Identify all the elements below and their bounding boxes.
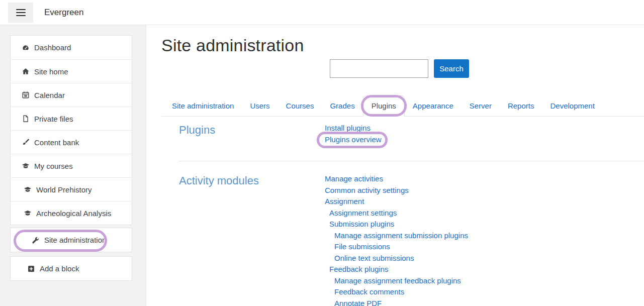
- link-assignment[interactable]: Assignment: [325, 196, 364, 208]
- link-annotate-pdf[interactable]: Annotate PDF: [334, 298, 382, 306]
- link-common-activity-settings[interactable]: Common activity settings: [325, 185, 409, 196]
- sidebar-item-site-home[interactable]: Site home: [11, 59, 132, 83]
- sidebar-item-site-administration[interactable]: Site administration: [11, 228, 132, 252]
- sidebar-item-label: Calendar: [34, 91, 65, 99]
- sidebar-item-content-bank[interactable]: Content bank: [11, 130, 132, 154]
- admin-tab-bar: Site administrationUsersCoursesGradesPlu…: [161, 95, 644, 117]
- tab-grades[interactable]: Grades: [322, 95, 362, 116]
- main-panel: Site administration Search Site administ…: [146, 25, 644, 306]
- link-manage-activities[interactable]: Manage activities: [325, 173, 383, 185]
- sidebar-item-private-files[interactable]: Private files: [11, 107, 132, 130]
- tab-users[interactable]: Users: [242, 95, 278, 116]
- search-button[interactable]: Search: [434, 59, 469, 78]
- dashboard-icon: [22, 44, 30, 52]
- home-icon: [22, 67, 30, 75]
- app-window: Evergreen Dashboard Site home Calendar P…: [0, 0, 644, 306]
- tab-server[interactable]: Server: [462, 95, 500, 116]
- link-submission-plugins[interactable]: Submission plugins: [329, 219, 394, 230]
- link-plugins-overview[interactable]: Plugins overview: [325, 134, 382, 146]
- link-manage-assignment-submission-plugins[interactable]: Manage assignment submission plugins: [334, 230, 468, 242]
- sidebar-admin-card: Site administration: [10, 228, 132, 252]
- link-feedback-plugins[interactable]: Feedback plugins: [329, 264, 389, 275]
- admin-search-input[interactable]: [330, 59, 428, 78]
- sidebar-item-label: Site administration: [44, 236, 106, 244]
- section-activity-modules: Activity modules Manage activitiesCommon…: [179, 161, 644, 306]
- link-install-plugins[interactable]: Install plugins: [325, 123, 371, 134]
- sidebar-nav-card: Dashboard Site home Calendar Private fil…: [10, 35, 132, 225]
- section-heading: Activity modules: [179, 173, 325, 187]
- link-online-text-submissions[interactable]: Online text submissions: [334, 253, 414, 264]
- site-title: Evergreen: [44, 0, 83, 25]
- sidebar-item-my-courses[interactable]: My courses: [11, 154, 132, 177]
- tab-plugins[interactable]: Plugins: [363, 95, 405, 117]
- section-links: Install pluginsPlugins overview: [325, 123, 644, 145]
- plus-square-icon: [27, 265, 35, 273]
- graduation-cap-icon: [24, 209, 32, 217]
- sidebar-item-label: Add a block: [40, 264, 79, 273]
- sidebar-item-label: My courses: [34, 162, 73, 170]
- calendar-icon: [22, 91, 30, 99]
- link-file-submissions[interactable]: File submissions: [334, 241, 390, 253]
- link-assignment-settings[interactable]: Assignment settings: [329, 208, 397, 219]
- sidebar-item-label: Content bank: [34, 138, 79, 147]
- sidebar-item-label: World Prehistory: [36, 185, 92, 194]
- annotation-ellipse: [317, 132, 388, 149]
- section-links: Manage activitiesCommon activity setting…: [325, 173, 644, 306]
- sidebar-item-add-a-block[interactable]: Add a block: [11, 257, 132, 280]
- sidebar-item-dashboard[interactable]: Dashboard: [11, 36, 132, 59]
- sidebar-addblock-card: Add a block: [10, 256, 132, 281]
- admin-sections: Plugins Install pluginsPlugins overview …: [179, 121, 644, 306]
- section-heading: Plugins: [179, 123, 325, 137]
- sidebar-item-label: Archeological Analysis: [36, 209, 111, 218]
- page-title: Site administration: [161, 34, 304, 56]
- sidebar-item-calendar[interactable]: Calendar: [11, 83, 132, 107]
- tab-courses[interactable]: Courses: [278, 95, 322, 116]
- tab-appearance[interactable]: Appearance: [405, 95, 462, 116]
- tab-development[interactable]: Development: [542, 95, 602, 116]
- file-icon: [22, 115, 30, 123]
- sidebar-item-label: Site home: [34, 67, 68, 76]
- annotation-ellipse: [361, 95, 407, 117]
- wrench-icon: [32, 236, 40, 244]
- brush-icon: [22, 138, 30, 146]
- graduation-cap-icon: [22, 162, 30, 170]
- hamburger-menu-button[interactable]: [8, 3, 33, 23]
- link-manage-assignment-feedback-plugins[interactable]: Manage assignment feedback plugins: [334, 275, 461, 287]
- hamburger-icon: [16, 9, 26, 10]
- sidebar-item-archeological-analysis[interactable]: Archeological Analysis: [11, 201, 132, 225]
- tab-reports[interactable]: Reports: [500, 95, 542, 116]
- sidebar-item-label: Private files: [34, 115, 73, 123]
- graduation-cap-icon: [24, 185, 32, 193]
- section-plugins: Plugins Install pluginsPlugins overview: [179, 121, 644, 161]
- sidebar-item-world-prehistory[interactable]: World Prehistory: [11, 177, 132, 201]
- top-bar: Evergreen: [0, 0, 644, 25]
- tab-site-administration[interactable]: Site administration: [164, 95, 242, 116]
- sidebar-item-label: Dashboard: [34, 43, 71, 52]
- link-feedback-comments[interactable]: Feedback comments: [334, 286, 404, 298]
